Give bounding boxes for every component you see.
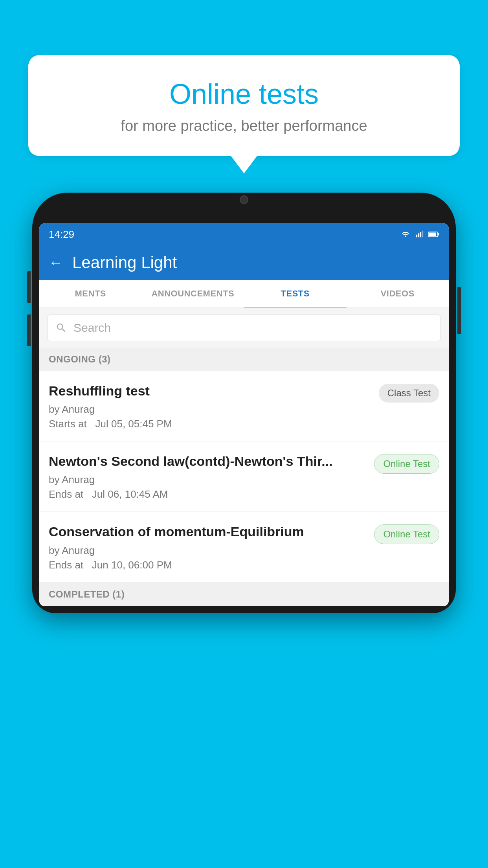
test-item[interactable]: Reshuffling test by Anurag Starts at Jul… <box>39 371 449 441</box>
search-container: Search <box>39 308 449 348</box>
tab-announcements[interactable]: ANNOUNCEMENTS <box>142 280 244 307</box>
completed-section-header: COMPLETED (1) <box>39 583 449 606</box>
test-time: Ends at Jul 06, 10:45 AM <box>49 488 368 500</box>
phone-top-bar <box>39 200 449 223</box>
app-title: Learning Light <box>72 253 177 272</box>
ongoing-section-header: ONGOING (3) <box>39 348 449 371</box>
power-button <box>457 287 461 334</box>
test-info: Reshuffling test by Anurag Starts at Jul… <box>49 382 372 430</box>
battery-icon <box>428 230 439 238</box>
promo-banner: Online tests for more practice, better p… <box>28 55 460 156</box>
test-info: Newton's Second law(contd)-Newton's Thir… <box>49 452 368 500</box>
front-camera <box>240 195 248 204</box>
svg-rect-1 <box>418 234 419 237</box>
test-name: Reshuffling test <box>49 382 372 399</box>
test-author: by Anurag <box>49 474 368 486</box>
svg-rect-3 <box>422 231 423 237</box>
online-test-badge: Online Test <box>374 454 439 474</box>
search-input[interactable]: Search <box>73 321 111 335</box>
tab-tests[interactable]: TESTS <box>244 280 347 307</box>
phone-notch <box>220 193 268 207</box>
test-item[interactable]: Newton's Second law(contd)-Newton's Thir… <box>39 441 449 512</box>
promo-title: Online tests <box>48 79 440 110</box>
svg-rect-6 <box>429 233 436 236</box>
test-time: Starts at Jul 05, 05:45 PM <box>49 418 372 430</box>
search-icon <box>55 322 67 334</box>
svg-rect-0 <box>416 235 417 237</box>
test-time: Ends at Jun 10, 06:00 PM <box>49 559 368 571</box>
search-bar[interactable]: Search <box>47 314 441 341</box>
svg-rect-2 <box>420 232 421 237</box>
test-name: Newton's Second law(contd)-Newton's Thir… <box>49 452 368 470</box>
tabs-bar: MENTS ANNOUNCEMENTS TESTS VIDEOS <box>39 280 449 308</box>
app-header: ← Learning Light <box>39 245 449 280</box>
tab-ments[interactable]: MENTS <box>39 280 142 307</box>
wifi-icon <box>400 230 411 238</box>
test-list: Reshuffling test by Anurag Starts at Jul… <box>39 371 449 583</box>
status-time: 14:29 <box>49 228 74 241</box>
tab-videos[interactable]: VIDEOS <box>347 280 449 307</box>
online-test-badge: Online Test <box>374 524 439 544</box>
test-name: Conservation of momentum-Equilibrium <box>49 523 368 540</box>
test-item[interactable]: Conservation of momentum-Equilibrium by … <box>39 512 449 582</box>
test-author: by Anurag <box>49 403 372 416</box>
back-button[interactable]: ← <box>49 254 63 271</box>
volume-up-button <box>27 271 31 303</box>
status-bar: 14:29 <box>39 223 449 245</box>
test-info: Conservation of momentum-Equilibrium by … <box>49 523 368 571</box>
signal-icon <box>414 230 425 238</box>
phone-screen: 14:29 <box>39 223 449 606</box>
svg-rect-5 <box>438 233 439 235</box>
promo-subtitle: for more practice, better performance <box>48 118 440 134</box>
phone-body: 14:29 <box>32 193 456 613</box>
volume-down-button <box>27 314 31 346</box>
speech-bubble: Online tests for more practice, better p… <box>28 55 460 156</box>
test-author: by Anurag <box>49 544 368 557</box>
phone-mockup: 14:29 <box>32 193 456 868</box>
status-icons <box>400 230 439 238</box>
class-test-badge: Class Test <box>379 384 439 403</box>
